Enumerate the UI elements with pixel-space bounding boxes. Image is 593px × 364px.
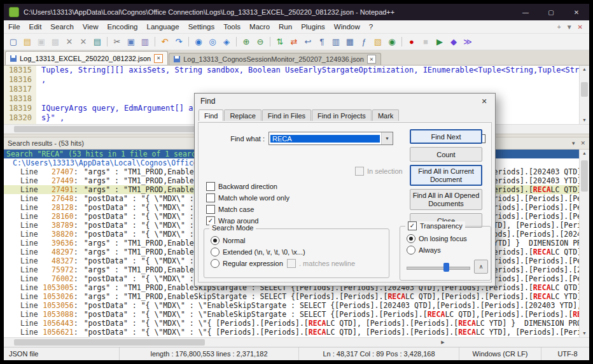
results-hscroll-thumb[interactable] — [14, 339, 205, 346]
find-dialog-tab-find-in-files[interactable]: Find in Files — [262, 109, 311, 121]
new-file-icon[interactable]: ▢ — [7, 36, 20, 48]
menu-item-plugins[interactable]: Plugins — [296, 22, 330, 32]
combo-dropdown-icon[interactable]: ▼ — [381, 132, 393, 144]
close-icon[interactable]: ✕ — [564, 4, 589, 20]
menu-item-encoding[interactable]: Encoding — [103, 22, 143, 32]
redo-icon[interactable]: ↷ — [172, 36, 185, 48]
status-eol-format[interactable]: Windows (CR LF) — [459, 347, 541, 360]
function-list-icon[interactable]: ƒ — [358, 36, 370, 48]
search-hit-row[interactable]: Line1056621:"postData" : "{ \"MDX\" : \"… — [4, 328, 579, 337]
zoom-in-icon[interactable]: ⊕ — [240, 36, 253, 48]
find-dialog-tab-mark[interactable]: Mark — [372, 109, 399, 121]
sync-horizontal-icon[interactable]: ⇄ — [288, 36, 300, 48]
results-vscroll-track[interactable] — [580, 157, 589, 330]
count-button[interactable]: Count — [410, 147, 482, 162]
editor-vertical-scrollbar[interactable]: ▲ ▼ — [579, 66, 589, 124]
menu-item-file[interactable]: File — [4, 22, 25, 32]
menu-item-search[interactable]: Search — [46, 22, 78, 32]
find-all-opened-button[interactable]: Find All in All Opened Documents — [410, 189, 482, 210]
scroll-up-icon[interactable]: ▲ — [580, 150, 589, 157]
save-macro-icon[interactable]: ◆ — [447, 36, 460, 48]
run-multiple-icon[interactable]: ≫ — [461, 36, 474, 48]
menu-item-help[interactable]: ? — [365, 22, 377, 32]
find-dialog-tab-replace[interactable]: Replace — [224, 109, 261, 121]
find-next-button[interactable]: Find Next — [410, 129, 482, 144]
file-tab-2[interactable]: Log_13313_CognosSessionMonitor_250207_12… — [169, 53, 381, 65]
close-all-icon[interactable]: ✕ — [77, 36, 90, 48]
scroll-right-icon[interactable]: ▶ — [296, 339, 589, 346]
close-file-icon[interactable]: ✕ — [63, 36, 76, 48]
show-all-chars-icon[interactable]: ¶ — [316, 36, 328, 48]
results-vscroll-thumb[interactable] — [581, 160, 588, 192]
transparency-always-radio[interactable]: Always — [407, 246, 467, 254]
panel-close-icon[interactable]: ✕ — [580, 140, 585, 146]
search-mode-normal-radio[interactable]: Normal — [211, 236, 305, 244]
folder-workspace-icon[interactable]: ▧ — [372, 36, 384, 48]
stop-record-icon[interactable]: ■ — [419, 36, 432, 48]
search-hit-row[interactable]: Line1053056:"postData" : "{ \"MDX\" : \"… — [4, 301, 579, 310]
save-icon[interactable]: ▣ — [35, 36, 48, 48]
menu-item-settings[interactable]: Settings — [184, 22, 220, 32]
tab-close-icon[interactable]: ✕ — [154, 54, 163, 63]
scroll-down-icon[interactable]: ▼ — [580, 330, 589, 337]
copy-icon[interactable]: ▣ — [125, 36, 137, 48]
replace-icon[interactable]: ◎ — [206, 36, 219, 48]
doc-list-dropdown-icon[interactable]: ▼ — [566, 24, 573, 31]
record-macro-icon[interactable]: ● — [405, 36, 418, 48]
search-hit-row[interactable]: Line1053026:"args" : "TM1_PROD,EnableSki… — [4, 292, 579, 301]
search-hit-row[interactable]: Line1053088:"postData" : "{ \"MDX\" : \"… — [4, 310, 579, 319]
menu-item-macro[interactable]: Macro — [245, 22, 274, 32]
doc-map-icon[interactable]: ▦ — [344, 36, 356, 48]
file-monitor-icon[interactable]: ◉ — [386, 36, 398, 48]
new-doc-plus-icon[interactable]: + — [557, 24, 561, 31]
match-case-checkbox[interactable]: Match case — [206, 205, 290, 213]
tab-close-icon[interactable]: ✕ — [367, 55, 376, 64]
scroll-up-icon[interactable]: ▲ — [580, 66, 589, 73]
transparency-checkbox[interactable]: ✓Transparency — [408, 221, 463, 230]
menu-item-view[interactable]: View — [78, 22, 103, 32]
find-dialog-tab-find[interactable]: Find — [199, 109, 223, 121]
panel-menu-icon[interactable]: ▾ — [572, 140, 575, 146]
status-encoding[interactable]: UTF-8 — [541, 347, 589, 360]
menu-item-language[interactable]: Language — [142, 22, 183, 32]
indent-guide-icon[interactable]: ▥ — [330, 36, 342, 48]
menu-item-tools[interactable]: Tools — [219, 22, 245, 32]
paste-icon[interactable]: ▥ — [139, 36, 151, 48]
find-dialog-tab-find-in-projects[interactable]: Find in Projects — [312, 109, 372, 121]
search-mode-extended-radio[interactable]: Extended (\n, \r, \t, \0, \x...) — [211, 248, 305, 256]
results-vertical-scrollbar[interactable]: ▲ ▼ — [579, 150, 589, 337]
editor-vscroll-thumb[interactable] — [581, 82, 588, 97]
cut-icon[interactable]: ✂ — [111, 36, 123, 48]
play-macro-icon[interactable]: ▶ — [433, 36, 446, 48]
find-what-combobox[interactable]: RECA ▼ — [269, 132, 393, 145]
find-dialog-titlebar[interactable]: Find — [195, 94, 495, 109]
scroll-down-icon[interactable]: ▼ — [580, 116, 589, 124]
open-folder-icon[interactable]: ▤ — [21, 36, 34, 48]
print-icon[interactable]: ▤ — [91, 36, 104, 48]
dialog-close-icon[interactable]: ✕ — [473, 94, 495, 109]
zoom-out-icon[interactable]: ⊖ — [254, 36, 267, 48]
sync-vertical-icon[interactable]: ⇅ — [274, 36, 286, 48]
match-whole-word-checkbox[interactable]: Match whole word only — [206, 193, 290, 202]
find-icon[interactable]: ◉ — [192, 36, 205, 48]
transparency-on-losing-focus-radio[interactable]: On losing focus — [407, 234, 467, 242]
close-doc-icon[interactable]: ✕ — [578, 24, 583, 31]
transparency-slider[interactable] — [407, 262, 470, 272]
find-in-files-icon[interactable]: ◈ — [220, 36, 233, 48]
maximize-icon[interactable]: ▢ — [538, 4, 564, 20]
editor-vscroll-track[interactable] — [580, 73, 589, 116]
menu-item-run[interactable]: Run — [274, 22, 296, 32]
menu-item-window[interactable]: Window — [330, 22, 365, 32]
backward-direction-checkbox[interactable]: Backward direction — [206, 182, 290, 190]
menu-item-edit[interactable]: Edit — [25, 22, 46, 32]
file-tab-1[interactable]: Log_13313_EXCEL_250220_081232.json✕ — [5, 51, 168, 65]
slider-thumb[interactable] — [443, 263, 449, 272]
undo-icon[interactable]: ↶ — [158, 36, 171, 48]
word-wrap-icon[interactable]: ↩ — [302, 36, 314, 48]
search-hit-row[interactable]: Line1056443:"postData" : "{ \"MDX\" : \"… — [4, 319, 579, 328]
save-all-icon[interactable]: ▩ — [49, 36, 62, 48]
collapse-dialog-button[interactable]: ∧ — [474, 260, 488, 274]
minimize-icon[interactable]: — — [513, 4, 538, 20]
find-all-current-button[interactable]: Find All in Current Document — [410, 165, 482, 186]
results-horizontal-scrollbar[interactable]: ◀ ▶ — [4, 337, 589, 347]
